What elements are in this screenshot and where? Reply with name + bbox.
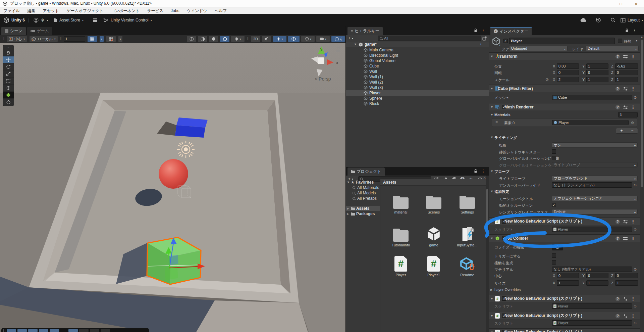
scrollbar-thumb[interactable] — [641, 40, 643, 187]
overlay-button[interactable] — [68, 329, 78, 332]
size-z[interactable]: 1 — [615, 280, 638, 286]
presets-icon[interactable] — [623, 237, 628, 240]
active-checkbox[interactable]: ✓ — [503, 39, 508, 43]
lighting-toggle-icon[interactable] — [198, 36, 208, 42]
hierarchy-item[interactable]: Sphere — [346, 96, 489, 101]
project-menu-kebab[interactable]: ⋮ — [481, 169, 485, 174]
hierarchy-item[interactable]: Wall (1) — [346, 74, 489, 80]
menu-assets[interactable]: アセット — [43, 8, 59, 14]
overlay-button[interactable] — [28, 329, 38, 332]
scene-row-game[interactable]: ▼ game* ⋮ — [346, 42, 489, 47]
rotation-x[interactable]: 0 — [557, 70, 579, 75]
maximize-button[interactable]: □ — [613, 0, 629, 7]
hierarchy-menu-kebab[interactable]: ⋮ — [481, 28, 485, 33]
component-kebab[interactable]: ⋮ — [631, 314, 635, 319]
menu-services[interactable]: サービス — [147, 8, 163, 14]
cast-shadows-dropdown[interactable]: オン▾ — [552, 142, 638, 148]
materials-subheader[interactable]: ▼ Materials 1 — [489, 112, 640, 118]
scene-visibility-eye-icon[interactable] — [288, 36, 300, 42]
presets-icon[interactable] — [623, 314, 628, 318]
presets-icon[interactable] — [623, 55, 628, 58]
component-kebab[interactable]: ⋮ — [631, 236, 635, 241]
scale-tool-button[interactable] — [3, 70, 14, 78]
object-picker-icon[interactable]: ⊙ — [634, 95, 637, 99]
remove-material-button[interactable]: − — [627, 128, 638, 133]
help-icon[interactable]: ? — [615, 54, 620, 59]
search-button[interactable] — [610, 14, 616, 26]
materials-count-field[interactable]: 1 — [618, 112, 638, 117]
help-icon[interactable]: ? — [615, 105, 620, 109]
scroll-up-arrow[interactable]: ▲ — [641, 36, 643, 38]
presets-icon[interactable] — [623, 105, 628, 109]
audio-toggle-icon[interactable] — [209, 36, 219, 42]
provides-contacts-checkbox[interactable] — [552, 260, 556, 265]
packages-root[interactable]: ▶ Packages — [346, 211, 380, 217]
snap-increment-button[interactable] — [106, 36, 116, 42]
scene-viewport[interactable]: y x < Persp ≡ — [0, 43, 345, 332]
mono-script-header-2[interactable]: ▼ # ✓ New Mono Behaviour Script (スクリプト) … — [489, 295, 640, 302]
tag-dropdown[interactable]: Untagged▾ — [509, 46, 568, 51]
edit-collider-tool-button[interactable] — [3, 99, 14, 106]
menu-component[interactable]: コンポーネント — [111, 8, 140, 14]
scene-kebab[interactable]: ⋮ — [479, 42, 483, 47]
tab-inspector[interactable]: i インスペクター — [490, 27, 532, 35]
menu-help[interactable]: ヘルプ — [215, 8, 227, 14]
dynamic-occlusion-checkbox[interactable]: ✓ — [552, 203, 556, 207]
mesh-filter-header[interactable]: ▼ Cube (Mesh Filter) ?⋮ — [489, 85, 640, 92]
overlay-button[interactable] — [50, 329, 59, 332]
overlay-button[interactable] — [7, 329, 16, 332]
rotation-z[interactable]: 0 — [615, 70, 638, 75]
picker-window-icon[interactable] — [482, 36, 487, 41]
favorites-root[interactable]: ▼ ★ Favorites — [346, 180, 380, 185]
hierarchy-item[interactable]: Wall (2) — [346, 80, 489, 85]
layers-dropdown-icon[interactable]: ▾ — [301, 36, 315, 42]
orientation-dropdown[interactable]: ローカル ▾ — [29, 36, 58, 42]
size-y[interactable]: 1 — [586, 280, 608, 286]
asset-item-player-script[interactable]: #Player — [385, 254, 417, 277]
directional-light-gizmo[interactable] — [177, 141, 195, 158]
edit-collider-button[interactable] — [552, 244, 563, 250]
draw-mode-icon[interactable] — [186, 36, 197, 42]
particles-dropdown[interactable]: ▾ — [231, 36, 245, 42]
anchor-object-field[interactable]: なし (トランスフォーム) — [552, 182, 632, 188]
pivot-mode-dropdown[interactable]: 中心 ▾ — [6, 36, 27, 42]
presets-icon[interactable] — [623, 87, 628, 91]
motion-vectors-dropdown[interactable]: オブジェクトモーションごと▾ — [552, 196, 638, 201]
history-button[interactable] — [596, 14, 601, 26]
menu-file[interactable]: ファイル — [3, 8, 20, 14]
bottom-overlay-toolbar[interactable] — [1, 328, 149, 332]
asset-store-dropdown[interactable]: Asset Store ▾ — [53, 14, 84, 26]
tab-hierarchy[interactable]: ≡ ヒエラルキー — [347, 27, 383, 35]
tree-splitter[interactable] — [380, 176, 380, 332]
mono-script-header-3[interactable]: ▼ # ✓ New Mono Behaviour Script (スクリプト) … — [489, 312, 640, 319]
add-object-button[interactable]: + — [348, 36, 351, 41]
tab-scene[interactable]: シーン — [1, 27, 26, 35]
close-button[interactable]: × — [629, 0, 644, 7]
light-probes-dropdown[interactable]: プローブをブレンド▾ — [552, 176, 638, 181]
object-picker-icon[interactable]: ⊙ — [634, 267, 637, 271]
inspector-scrollbar[interactable]: ▲ — [640, 35, 644, 332]
account-dropdown[interactable]: ネ ▾ — [34, 14, 48, 26]
lighting-subheader[interactable]: ▼ライティング — [489, 134, 640, 140]
camera-dropdown-icon[interactable]: ▾ — [316, 36, 330, 42]
position-y[interactable]: 1 — [586, 63, 608, 69]
asset-item-game-scene[interactable]: game — [418, 224, 449, 247]
help-icon[interactable]: ? — [615, 314, 620, 318]
link-scale-icon[interactable]: ⊘ — [545, 77, 549, 82]
menu-edit[interactable]: 編集 — [27, 8, 35, 14]
layer-dropdown[interactable]: Default▾ — [586, 46, 639, 51]
move-tool-button[interactable] — [3, 56, 14, 63]
physic-material-field[interactable]: なし (物理マテリアル) — [552, 267, 632, 272]
hierarchy-item[interactable]: Block — [346, 101, 489, 106]
additional-subheader[interactable]: ▼追加設定 — [489, 188, 640, 194]
is-trigger-checkbox[interactable] — [552, 253, 556, 258]
snap-increment-dropdown[interactable]: ▾ — [118, 36, 123, 42]
header-dropdown-icon[interactable]: ▾ — [499, 44, 500, 47]
foldout-icon[interactable]: ▼ — [354, 43, 357, 46]
help-icon[interactable]: ? — [615, 297, 620, 301]
cloud-button[interactable] — [580, 14, 587, 26]
scale-x[interactable]: 2 — [557, 77, 579, 82]
component-kebab[interactable]: ⋮ — [631, 105, 635, 110]
mono-script-header-4[interactable]: ▼ # ✓ New Mono Behaviour Script (スクリプト) — [489, 328, 640, 332]
fx-dropdown[interactable]: ▾ — [273, 36, 287, 42]
